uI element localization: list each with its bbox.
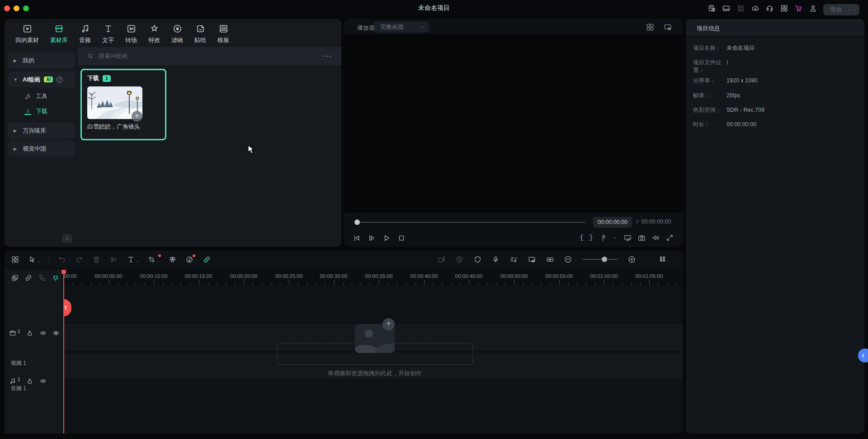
tab-filters[interactable]: 滤镜 (171, 24, 183, 44)
render-preview-button[interactable] (455, 255, 464, 264)
total-timecode: 00:00:00:00 (641, 219, 671, 225)
caret-down-icon (667, 260, 670, 263)
screen-record-button[interactable] (437, 255, 446, 264)
add-media-plus-icon[interactable]: + (382, 318, 395, 330)
color-match-button[interactable] (168, 255, 177, 264)
select-tool-button[interactable] (28, 255, 40, 264)
notification-dot (158, 254, 161, 257)
safe-area-button[interactable] (473, 255, 482, 264)
chevron-left-icon (860, 353, 866, 359)
more-options-button[interactable]: ··· (322, 52, 332, 60)
seek-handle[interactable] (354, 220, 360, 225)
second-display-button[interactable] (623, 234, 632, 242)
account-icon[interactable] (809, 4, 817, 13)
split-button[interactable] (109, 255, 118, 264)
seek-bar[interactable] (355, 222, 585, 223)
marker-button[interactable] (599, 234, 607, 242)
playhead-marker[interactable] (61, 270, 66, 274)
snapshot-button[interactable] (637, 234, 646, 242)
mute-track-icon[interactable] (39, 377, 47, 385)
cart-icon[interactable] (794, 4, 803, 13)
delete-button[interactable] (92, 255, 101, 264)
sidebar-item-tools[interactable]: 工具 (8, 90, 75, 103)
tab-audio[interactable]: 音频 (79, 24, 91, 44)
preview-quality-button[interactable] (528, 255, 536, 264)
crop-icon (147, 255, 156, 264)
current-timecode[interactable]: 00:00:00:00 (593, 217, 632, 228)
support-icon[interactable] (765, 4, 774, 13)
sidebar-item-downloads[interactable]: 下载 (8, 105, 75, 118)
caret-down-icon (156, 260, 160, 263)
cloud-sync-icon[interactable] (751, 4, 760, 13)
fullscreen-button[interactable] (665, 234, 674, 242)
ruler-timestamp: 00:00:15:00 (185, 273, 212, 279)
group-clips-icon[interactable] (38, 274, 46, 282)
timeline-toolbar (5, 250, 683, 268)
add-track-icon[interactable] (11, 274, 19, 282)
crop-tool-button[interactable] (147, 255, 160, 264)
track-height-button[interactable] (658, 255, 670, 264)
previous-frame-button[interactable] (352, 234, 361, 243)
ai-image-caption: 白雪皑皑，广角镜头 (87, 123, 140, 131)
sidebar-item-ai-painting[interactable]: ▼ AI绘画 AI ? (8, 72, 75, 87)
zoom-slider-handle[interactable] (602, 257, 607, 262)
apps-grid-icon[interactable] (780, 4, 788, 13)
text-tool-button[interactable] (127, 255, 139, 264)
sidebar-item-vcg[interactable]: ▶ 视觉中国 (8, 141, 75, 157)
sidebar-item-mine[interactable]: ▶ 我的 (8, 52, 75, 68)
stock-media-icon (54, 24, 64, 34)
help-icon[interactable]: ? (57, 76, 63, 83)
ruler-timestamp: 00:00:45:00 (455, 273, 483, 279)
link-tracks-icon[interactable] (24, 274, 33, 282)
caret-right-icon: ▶ (14, 147, 23, 151)
playhead-line[interactable] (63, 270, 64, 434)
app-window: 未命名项目 导出 我的素材 素材库 音频 文字 转场 特效 滤镜 贴纸 (0, 0, 868, 439)
fit-timeline-button[interactable] (546, 255, 554, 264)
sidebar-collapse-button[interactable] (62, 234, 72, 243)
project-timer-icon[interactable] (708, 4, 716, 13)
mute-track-icon[interactable] (39, 329, 47, 337)
timeline-panel: 00:00 00:00:05:00 00:00:10:00 00:00:15:0… (5, 250, 683, 434)
zoom-in-button[interactable] (627, 255, 636, 264)
video-preview-area[interactable] (344, 34, 683, 213)
tab-stock-media[interactable]: 素材库 (50, 24, 68, 44)
volume-button[interactable] (651, 234, 660, 242)
zoom-out-button[interactable] (564, 255, 572, 264)
marker-chevron-icon[interactable] (613, 235, 618, 241)
voiceover-button[interactable] (491, 255, 500, 264)
audio-mixer-button[interactable] (509, 255, 518, 264)
undo-button[interactable] (58, 255, 66, 264)
stop-button[interactable] (397, 234, 406, 243)
ruler-timestamp: 00:00:35:00 (365, 273, 393, 279)
tab-templates[interactable]: 模板 (217, 24, 229, 44)
export-button[interactable]: 导出 (823, 4, 859, 15)
tab-transition[interactable]: 转场 (125, 24, 137, 44)
snapping-icon[interactable] (52, 274, 60, 282)
lock-track-icon[interactable] (26, 377, 33, 385)
hide-track-icon[interactable] (52, 329, 60, 337)
mark-out-button[interactable]: } (589, 234, 593, 242)
tab-my-media[interactable]: 我的素材 (15, 24, 39, 44)
search-bar[interactable]: 搜索AI绘画 ··· (78, 47, 341, 65)
export-chevron-icon[interactable] (851, 7, 858, 13)
layout-grid-icon[interactable] (646, 23, 655, 32)
sidebar-item-wondershare-lib[interactable]: ▶ 万兴喵库 (8, 123, 75, 138)
save-icon[interactable] (736, 4, 745, 13)
play-button[interactable] (382, 234, 391, 243)
quality-dropdown[interactable]: 完整画质 (374, 21, 429, 33)
tab-effects[interactable]: 特效 (148, 24, 160, 44)
lock-track-icon[interactable] (26, 329, 33, 337)
redo-button[interactable] (75, 255, 84, 264)
tab-text[interactable]: 文字 (102, 24, 114, 44)
link-clips-button[interactable] (203, 255, 211, 264)
playhead-split-handle[interactable]: ✂ (64, 299, 71, 316)
tab-stickers[interactable]: 贴纸 (194, 24, 206, 44)
next-frame-button[interactable] (367, 234, 376, 243)
display-mode-icon[interactable] (722, 4, 731, 13)
audio-ai-button[interactable] (185, 255, 194, 264)
mark-in-button[interactable]: { (580, 234, 584, 242)
media-grid-button[interactable] (11, 255, 19, 264)
add-to-timeline-button[interactable]: + (132, 111, 142, 122)
timeline-zoom-slider[interactable] (582, 259, 618, 260)
video-scope-icon[interactable] (663, 23, 672, 32)
